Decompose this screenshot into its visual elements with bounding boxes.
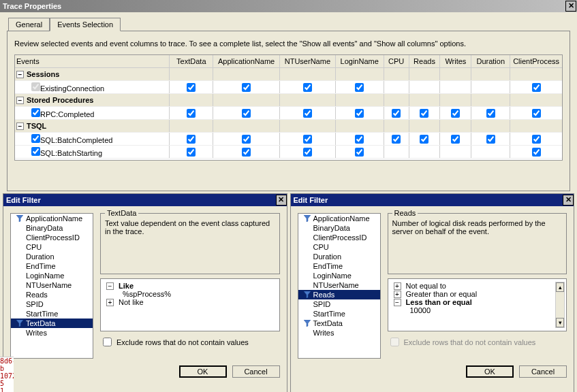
grid-row[interactable]: ExistingConnection <box>15 81 562 94</box>
expander-icon[interactable]: + <box>106 299 114 306</box>
expander-icon[interactable]: − <box>16 71 24 78</box>
tree-item[interactable]: − Less than or equal <box>391 298 564 306</box>
cell-checkbox[interactable] <box>451 109 460 118</box>
column-item[interactable]: ApplicationName <box>11 214 93 223</box>
column-item[interactable]: TextData <box>298 318 380 328</box>
scroll-up-icon[interactable]: ▴ <box>556 282 564 292</box>
cell-checkbox[interactable] <box>355 83 364 92</box>
tree-item[interactable]: − Like <box>104 282 277 290</box>
close-icon[interactable]: ✕ <box>276 195 287 206</box>
cell-checkbox[interactable] <box>392 135 401 144</box>
cancel-button[interactable]: Cancel <box>232 365 280 378</box>
column-item[interactable]: Duration <box>298 252 380 261</box>
cell-checkbox[interactable] <box>187 109 196 118</box>
column-item[interactable]: SPID <box>11 299 93 309</box>
cell-checkbox[interactable] <box>242 109 251 118</box>
tree-item[interactable]: + Greater than or equal <box>391 290 564 298</box>
column-item[interactable]: TextData <box>11 318 93 328</box>
cell-checkbox[interactable] <box>303 148 312 157</box>
column-item[interactable]: Duration <box>11 252 93 261</box>
expander-icon[interactable]: − <box>394 299 401 306</box>
cell-checkbox[interactable] <box>187 148 196 157</box>
event-checkbox[interactable] <box>31 82 40 91</box>
column-item[interactable]: Writes <box>11 328 93 338</box>
tab-events-selection[interactable]: Events Selection <box>50 18 121 31</box>
cell-checkbox[interactable] <box>242 135 251 144</box>
ok-button[interactable]: OK <box>466 365 514 378</box>
tree-value[interactable]: 10000 <box>391 306 564 314</box>
cell-checkbox[interactable] <box>303 109 312 118</box>
tree-item[interactable]: + Not equal to <box>391 282 564 290</box>
expander-icon[interactable]: + <box>394 282 401 290</box>
criteria-tree[interactable]: + Not equal to+ Greater than or equal− L… <box>388 278 567 331</box>
cell-checkbox[interactable] <box>451 135 460 144</box>
column-item[interactable]: Writes <box>298 328 380 338</box>
cell-checkbox[interactable] <box>242 83 251 92</box>
column-item[interactable]: NTUserName <box>11 280 93 290</box>
col-header-ntuser[interactable]: NTUserName <box>280 55 336 67</box>
cell-checkbox[interactable] <box>303 135 312 144</box>
col-header-appname[interactable]: ApplicationName <box>213 55 280 67</box>
column-item[interactable]: BinaryData <box>298 223 380 233</box>
column-item[interactable]: ClientProcessID <box>11 233 93 242</box>
cell-checkbox[interactable] <box>187 83 196 92</box>
expander-icon[interactable]: − <box>106 282 114 290</box>
exclude-checkbox[interactable] <box>103 338 112 346</box>
grid-row[interactable]: SQL:BatchStarting <box>15 146 562 159</box>
tree-value[interactable]: %spProcess% <box>104 290 277 298</box>
cell-checkbox[interactable] <box>532 135 541 144</box>
cell-checkbox[interactable] <box>532 109 541 118</box>
column-item[interactable]: ApplicationName <box>298 214 380 223</box>
cell-checkbox[interactable] <box>187 135 196 144</box>
column-list[interactable]: ApplicationNameBinaryDataClientProcessID… <box>298 213 381 359</box>
cell-checkbox[interactable] <box>355 109 364 118</box>
expander-icon[interactable]: + <box>394 291 401 298</box>
column-item[interactable]: EndTime <box>298 261 380 271</box>
col-header-textdata[interactable]: TextData <box>170 55 213 67</box>
cancel-button[interactable]: Cancel <box>519 365 567 378</box>
scroll-down-icon[interactable]: ▾ <box>556 318 564 327</box>
col-header-clientproc[interactable]: ClientProcess <box>510 55 562 67</box>
column-item[interactable]: CPU <box>298 242 380 252</box>
column-item[interactable]: StartTime <box>11 309 93 318</box>
column-list[interactable]: ApplicationNameBinaryDataClientProcessID… <box>10 213 93 359</box>
close-icon[interactable]: ✕ <box>563 195 574 206</box>
cell-checkbox[interactable] <box>532 148 541 157</box>
column-item[interactable]: ClientProcessID <box>298 233 380 242</box>
event-checkbox[interactable] <box>31 108 40 117</box>
expander-icon[interactable]: − <box>16 97 24 104</box>
cell-checkbox[interactable] <box>486 109 495 118</box>
criteria-tree[interactable]: − Like%spProcess%+ Not like <box>100 278 280 331</box>
column-item[interactable]: SPID <box>298 299 380 309</box>
grid-row[interactable]: SQL:BatchCompleted <box>15 133 562 146</box>
col-header-reads[interactable]: Reads <box>409 55 441 67</box>
column-item[interactable]: Reads <box>11 290 93 299</box>
cell-checkbox[interactable] <box>532 83 541 92</box>
cell-checkbox[interactable] <box>355 148 364 157</box>
column-item[interactable]: BinaryData <box>11 223 93 233</box>
cell-checkbox[interactable] <box>392 109 401 118</box>
event-checkbox[interactable] <box>31 147 40 156</box>
tree-item[interactable]: + Not like <box>104 298 277 306</box>
cell-checkbox[interactable] <box>242 148 251 157</box>
col-header-writes[interactable]: Writes <box>440 55 471 67</box>
cell-checkbox[interactable] <box>420 109 428 118</box>
cell-checkbox[interactable] <box>303 83 312 92</box>
cell-checkbox[interactable] <box>420 135 428 144</box>
column-item[interactable]: LoginName <box>11 271 93 280</box>
scrollbar[interactable]: ▴▾ <box>555 282 565 328</box>
column-item[interactable]: StartTime <box>298 309 380 318</box>
event-checkbox[interactable] <box>31 134 40 143</box>
col-header-events[interactable]: Events <box>15 55 170 67</box>
col-header-duration[interactable]: Duration <box>471 55 510 67</box>
col-header-cpu[interactable]: CPU <box>384 55 409 67</box>
cell-checkbox[interactable] <box>355 135 364 144</box>
tab-general[interactable]: General <box>8 18 50 31</box>
expander-icon[interactable]: − <box>16 122 24 130</box>
column-item[interactable]: CPU <box>11 242 93 252</box>
column-item[interactable]: Reads <box>298 290 380 299</box>
ok-button[interactable]: OK <box>179 365 227 378</box>
column-item[interactable]: LoginName <box>298 271 380 280</box>
grid-row[interactable]: RPC:Completed <box>15 107 562 120</box>
close-icon[interactable]: ✕ <box>565 1 576 12</box>
